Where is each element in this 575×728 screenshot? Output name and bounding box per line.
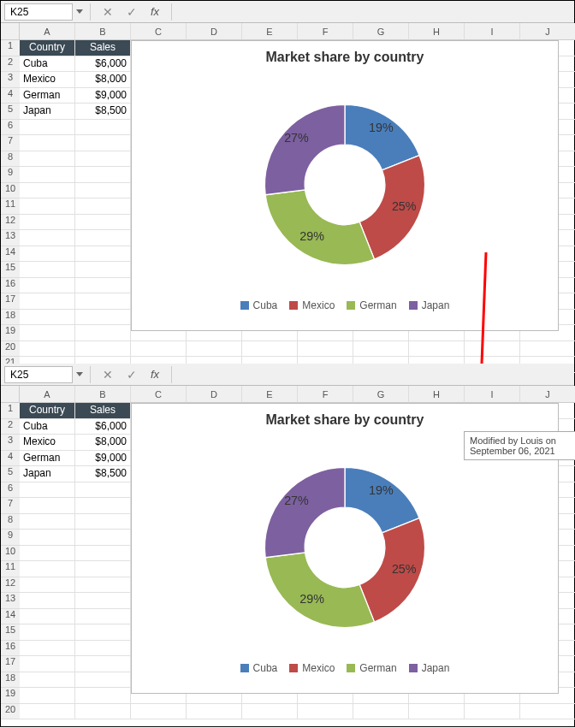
cell[interactable]	[20, 230, 75, 246]
cell[interactable]	[75, 120, 131, 136]
row-header-15[interactable]: 15	[1, 262, 20, 278]
row-header-19[interactable]: 19	[1, 325, 20, 341]
row-header-16[interactable]: 16	[1, 641, 20, 657]
cell[interactable]	[20, 246, 75, 263]
cell[interactable]	[75, 561, 131, 577]
cell[interactable]	[75, 278, 131, 294]
cell[interactable]	[20, 325, 75, 341]
col-header-G[interactable]: G	[353, 23, 409, 40]
cell[interactable]	[20, 198, 75, 215]
col-header-F[interactable]: F	[298, 23, 353, 40]
cell[interactable]	[20, 135, 75, 151]
row-header-20[interactable]: 20	[1, 341, 20, 358]
row-header-11[interactable]: 11	[1, 561, 20, 577]
col-header-J[interactable]: J	[520, 23, 575, 40]
cell[interactable]	[75, 310, 131, 326]
cell[interactable]	[75, 624, 131, 641]
row-header-10[interactable]: 10	[1, 183, 20, 199]
chart[interactable]: Market share by country 19%25%29%27% Cub…	[131, 403, 559, 694]
cell[interactable]	[75, 325, 131, 341]
row-header-6[interactable]: 6	[1, 482, 20, 499]
cell[interactable]: $6,000	[75, 56, 131, 73]
col-header-D[interactable]: D	[187, 386, 242, 403]
cell[interactable]	[20, 561, 75, 577]
cell[interactable]	[20, 151, 75, 168]
cell[interactable]	[75, 593, 131, 609]
cell[interactable]	[20, 704, 75, 720]
cell[interactable]	[75, 246, 131, 263]
row-header-14[interactable]: 14	[1, 246, 20, 263]
cell[interactable]	[20, 593, 75, 609]
col-header-G[interactable]: G	[353, 386, 409, 403]
cell[interactable]	[465, 341, 520, 358]
cell[interactable]: Country	[20, 403, 75, 419]
cell[interactable]	[75, 215, 131, 231]
cell[interactable]	[20, 546, 75, 562]
cell[interactable]	[20, 498, 75, 514]
select-all-corner[interactable]	[1, 23, 20, 40]
row-header-5[interactable]: 5	[1, 104, 20, 120]
fx-label[interactable]: fx	[145, 5, 164, 18]
row-header-1[interactable]: 1	[1, 403, 20, 419]
cell[interactable]: $9,000	[75, 88, 131, 104]
row-headers[interactable]: 1234567891011121314151617181920	[1, 403, 20, 719]
cell[interactable]	[75, 151, 131, 168]
cell[interactable]	[187, 341, 242, 358]
sheet-top[interactable]: ABCDEFGHIJ CountrySalesCuba$6,000Mexico$…	[20, 23, 575, 364]
name-box-dropdown-icon[interactable]	[76, 9, 83, 14]
row-header-3[interactable]: 3	[1, 72, 20, 88]
cell[interactable]	[131, 704, 187, 720]
row-header-14[interactable]: 14	[1, 609, 20, 625]
cell[interactable]	[20, 341, 75, 358]
col-headers[interactable]: ABCDEFGHIJ	[20, 23, 575, 40]
cell[interactable]	[75, 546, 131, 562]
col-header-D[interactable]: D	[187, 23, 242, 40]
col-header-J[interactable]: J	[520, 386, 575, 403]
cell[interactable]: Sales	[75, 40, 131, 56]
cell[interactable]	[353, 341, 409, 358]
cancel-icon[interactable]: ✕	[98, 5, 118, 19]
cell[interactable]	[75, 135, 131, 151]
row-header-7[interactable]: 7	[1, 135, 20, 151]
col-header-I[interactable]: I	[465, 23, 520, 40]
cell[interactable]	[75, 262, 131, 278]
name-box[interactable]	[4, 366, 73, 383]
col-header-A[interactable]: A	[20, 386, 75, 403]
cell[interactable]	[409, 704, 465, 720]
col-header-B[interactable]: B	[75, 386, 131, 403]
cell[interactable]	[131, 341, 187, 358]
cell[interactable]	[75, 672, 131, 689]
cell[interactable]	[20, 609, 75, 625]
cell[interactable]	[75, 656, 131, 672]
row-header-18[interactable]: 18	[1, 310, 20, 326]
cell[interactable]	[20, 672, 75, 689]
col-header-I[interactable]: I	[465, 386, 520, 403]
row-header-4[interactable]: 4	[1, 451, 20, 467]
cell[interactable]: Cuba	[20, 56, 75, 73]
row-header-19[interactable]: 19	[1, 688, 20, 704]
cell[interactable]	[20, 167, 75, 183]
cell[interactable]	[20, 278, 75, 294]
cell[interactable]: Japan	[20, 466, 75, 482]
row-header-8[interactable]: 8	[1, 151, 20, 168]
cell[interactable]	[409, 341, 465, 358]
cell[interactable]	[520, 704, 575, 720]
col-header-H[interactable]: H	[409, 386, 465, 403]
row-header-10[interactable]: 10	[1, 546, 20, 562]
cell[interactable]: $6,000	[75, 419, 131, 435]
cell[interactable]	[75, 293, 131, 310]
cell[interactable]: Country	[20, 40, 75, 56]
cell[interactable]	[187, 704, 242, 720]
col-header-C[interactable]: C	[131, 386, 187, 403]
row-header-2[interactable]: 2	[1, 419, 20, 435]
col-headers[interactable]: ABCDEFGHIJ	[20, 386, 575, 403]
cell[interactable]	[75, 498, 131, 514]
cell[interactable]	[75, 704, 131, 720]
col-header-A[interactable]: A	[20, 23, 75, 40]
fx-label[interactable]: fx	[145, 368, 164, 381]
name-box[interactable]	[4, 3, 73, 21]
row-header-4[interactable]: 4	[1, 88, 20, 104]
row-header-11[interactable]: 11	[1, 198, 20, 215]
enter-icon[interactable]: ✓	[122, 5, 142, 19]
cell[interactable]	[20, 293, 75, 310]
